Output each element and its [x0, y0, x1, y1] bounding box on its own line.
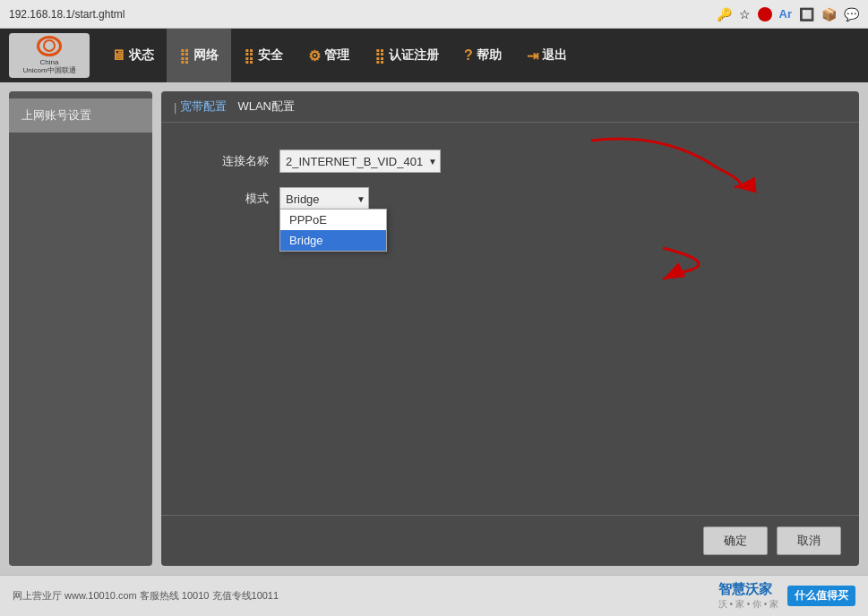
nav-item-logout[interactable]: ⇥ 退出 — [514, 29, 580, 82]
security-icon: ⣿ — [244, 47, 254, 64]
browser-url: 192.168.18.1/start.ghtml — [9, 8, 717, 21]
brand-sub: 沃 • 家 • 你 • 家 — [718, 599, 778, 609]
main-nav: 🖥 状态 ⣿ 网络 ⣿ 安全 ⚙ 管理 ⣿ 认证注册 ? 帮助 — [99, 29, 868, 82]
connection-name-select[interactable]: 2_INTERNET_B_VID_401 — [279, 150, 441, 173]
nav-label-security: 安全 — [258, 47, 283, 64]
nav-label-network: 网络 — [193, 47, 219, 64]
nav-item-help[interactable]: ? 帮助 — [451, 29, 514, 82]
management-icon: ⚙ — [308, 47, 321, 64]
dropdown-item-pppoe[interactable]: PPPoE — [280, 210, 386, 230]
footer-left-text: 网上营业厅 www.10010.com 客服热线 10010 充值专线10011 — [13, 589, 279, 603]
zhihu-badge: 什么值得买 — [787, 586, 855, 606]
nav-item-status[interactable]: 🖥 状态 — [99, 29, 167, 82]
mode-row: 模式 Bridge PPPoE Bridge — [197, 187, 823, 210]
mode-label: 模式 — [197, 191, 269, 207]
logo-text: ChinaUnicom中国联通 — [22, 58, 75, 75]
status-icon: 🖥 — [111, 47, 125, 64]
nav-item-management[interactable]: ⚙ 管理 — [296, 29, 362, 82]
ad-icon: Ar — [779, 7, 792, 21]
annotation-arrows — [161, 123, 859, 515]
sidebar: 上网账号设置 — [9, 91, 152, 566]
sidebar-item-internet-account[interactable]: 上网账号设置 — [9, 98, 152, 133]
key-icon: 🔑 — [717, 7, 732, 21]
nav-item-network[interactable]: ⣿ 网络 — [167, 29, 231, 82]
opera-icon — [758, 7, 772, 21]
help-icon: ? — [464, 47, 473, 64]
ext-icon3: 💬 — [844, 7, 859, 21]
browser-bar: 192.168.18.1/start.ghtml 🔑 ☆ Ar 🔲 📦 💬 — [0, 0, 868, 29]
browser-icons: 🔑 ☆ Ar 🔲 📦 💬 — [717, 7, 859, 21]
nav-label-management: 管理 — [324, 47, 349, 64]
mode-select-wrapper: Bridge — [279, 187, 369, 210]
form-area: 连接名称 2_INTERNET_B_VID_401 模式 Bridge — [161, 123, 859, 515]
logout-icon: ⇥ — [527, 47, 538, 64]
dropdown-item-bridge[interactable]: Bridge — [280, 230, 386, 251]
footer-right: 智慧沃家 沃 • 家 • 你 • 家 什么值得买 — [718, 581, 855, 611]
logo-circle — [37, 36, 62, 56]
connection-name-row: 连接名称 2_INTERNET_B_VID_401 — [197, 150, 823, 173]
cancel-button[interactable]: 取消 — [777, 526, 841, 555]
main-panel: | 宽带配置 WLAN配置 连接名称 2_INTERNET_B_VID_401 — [161, 91, 859, 566]
star-icon: ☆ — [739, 7, 751, 21]
auth-icon: ⣿ — [374, 47, 385, 64]
ext-icon1: 🔲 — [799, 7, 814, 21]
breadcrumb-separator-start: | — [174, 100, 176, 114]
button-row: 确定 取消 — [161, 515, 859, 566]
connection-name-select-wrapper: 2_INTERNET_B_VID_401 — [279, 150, 441, 173]
breadcrumb-wlan: WLAN配置 — [237, 98, 295, 115]
header: ChinaUnicom中国联通 🖥 状态 ⣿ 网络 ⣿ 安全 ⚙ 管理 ⣿ 认证… — [0, 29, 868, 82]
nav-label-auth: 认证注册 — [389, 47, 439, 64]
nav-item-security[interactable]: ⣿ 安全 — [231, 29, 296, 82]
connection-name-label: 连接名称 — [197, 153, 269, 169]
breadcrumb-wideband[interactable]: 宽带配置 — [180, 98, 227, 115]
network-icon: ⣿ — [179, 47, 190, 64]
ext-icon2: 📦 — [821, 7, 837, 21]
logo: ChinaUnicom中国联通 — [9, 33, 90, 78]
mode-dropdown[interactable]: PPPoE Bridge — [279, 209, 387, 252]
confirm-button[interactable]: 确定 — [703, 526, 768, 555]
brand-main: 智慧沃家 — [718, 581, 772, 596]
nav-label-status: 状态 — [129, 47, 154, 64]
nav-label-help: 帮助 — [477, 47, 502, 64]
nav-item-auth[interactable]: ⣿ 认证注册 — [362, 29, 451, 82]
nav-label-logout: 退出 — [542, 47, 567, 64]
footer-brand: 智慧沃家 沃 • 家 • 你 • 家 — [718, 581, 778, 611]
footer: 网上营业厅 www.10010.com 客服热线 10010 充值专线10011… — [0, 575, 868, 616]
page: ChinaUnicom中国联通 🖥 状态 ⣿ 网络 ⣿ 安全 ⚙ 管理 ⣿ 认证… — [0, 29, 868, 616]
mode-select[interactable]: Bridge — [279, 187, 369, 210]
breadcrumb: | 宽带配置 WLAN配置 — [161, 91, 859, 123]
content-area: 上网账号设置 | 宽带配置 WLAN配置 连接名称 2_INTERNET_B_V… — [0, 82, 868, 575]
